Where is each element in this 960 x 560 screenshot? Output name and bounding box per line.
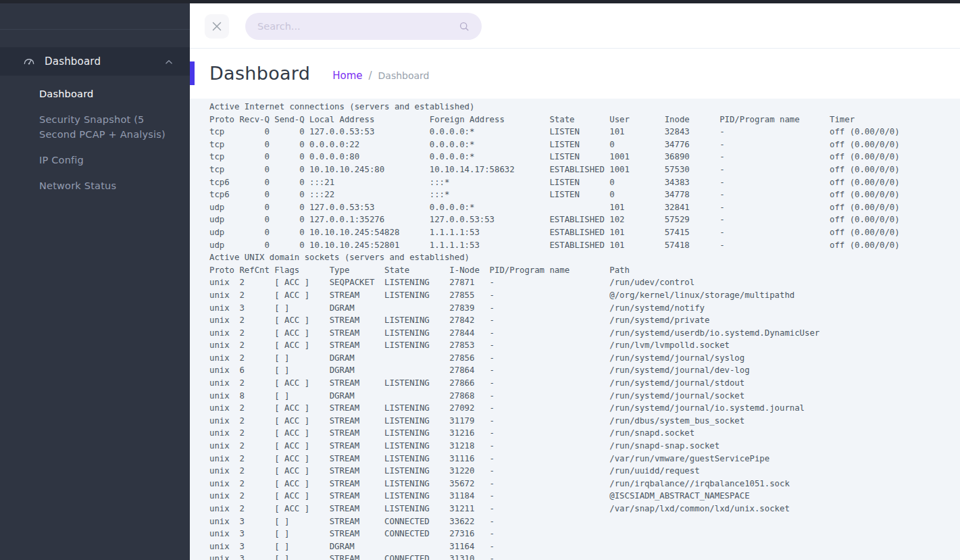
- search-input[interactable]: [256, 20, 457, 32]
- close-icon: [209, 19, 224, 34]
- breadcrumb-separator: /: [368, 70, 372, 82]
- page-title: Dashboard: [209, 63, 310, 84]
- sidebar-parent-label: Dashboard: [45, 55, 101, 68]
- sidebar-item-dashboard-parent[interactable]: Dashboard: [0, 47, 190, 76]
- sidebar-item-ip-config[interactable]: IP Config: [0, 147, 190, 173]
- search-bar: [245, 13, 482, 40]
- sidebar-logo-area: [0, 0, 190, 30]
- breadcrumb: Home / Dashboard: [332, 70, 429, 82]
- accent-bar: [190, 61, 195, 85]
- close-button[interactable]: [205, 14, 229, 39]
- breadcrumb-home-link[interactable]: Home: [332, 70, 362, 82]
- breadcrumb-current: Dashboard: [378, 70, 430, 81]
- sidebar-submenu: Dashboard Security Snapshot (5 Second PC…: [0, 76, 190, 199]
- sidebar-item-network-status[interactable]: Network Status: [0, 173, 190, 199]
- netstat-output: Active Internet connections (servers and…: [190, 99, 960, 560]
- gauge-icon: [22, 55, 36, 68]
- sidebar: Dashboard Dashboard Security Snapshot (5…: [0, 0, 190, 560]
- sidebar-item-security-snapshot[interactable]: Security Snapshot (5 Second PCAP + Analy…: [0, 107, 190, 147]
- topbar: [190, 0, 960, 49]
- sidebar-item-dashboard[interactable]: Dashboard: [0, 81, 190, 107]
- main-area: Dashboard Home / Dashboard Active Intern…: [190, 0, 960, 560]
- page-header: Dashboard Home / Dashboard: [190, 49, 960, 98]
- sidebar-menu: Dashboard Dashboard Security Snapshot (5…: [0, 30, 190, 199]
- chevron-up-icon: [164, 57, 174, 66]
- content-area: Active Internet connections (servers and…: [190, 99, 960, 560]
- search-icon[interactable]: [457, 20, 471, 33]
- top-strip: [0, 0, 960, 3]
